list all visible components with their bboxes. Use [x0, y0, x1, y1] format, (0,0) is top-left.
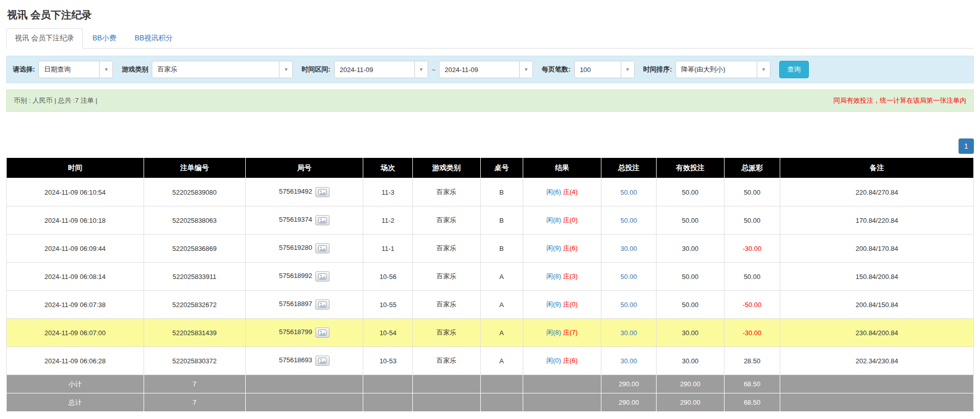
chevron-down-icon: ▼ — [621, 61, 634, 78]
summary-cell: 290.00 — [601, 393, 657, 412]
total-bet-link[interactable]: 30.00 — [620, 357, 637, 365]
result-player: 闲(8) — [546, 329, 561, 336]
cell-round: 575618897 — [245, 291, 363, 319]
table-row: 2024-11-09 06:10:18522025838063575619374… — [7, 206, 974, 235]
summary-cell: 总计 — [7, 393, 144, 412]
cell-payout: 50.00 — [724, 206, 780, 235]
cell-total-bet: 30.00 — [601, 347, 657, 375]
cell-round: 575619492 — [245, 178, 363, 206]
summary-cell: 7 — [144, 375, 245, 393]
cell-result: 闲(9) 庄(0) — [523, 291, 601, 319]
tab-bb-points[interactable]: BB视讯积分 — [126, 28, 182, 49]
total-bet-link[interactable]: 50.00 — [620, 273, 637, 281]
cell-time: 2024-11-09 06:09:44 — [7, 235, 144, 263]
cell-valid-bet: 30.00 — [657, 235, 725, 263]
cell-valid-bet: 50.00 — [657, 206, 725, 235]
cell-session: 10-55 — [363, 291, 413, 319]
cell-result: 闲(8) 庄(7) — [523, 319, 601, 347]
summary-cell: 290.00 — [657, 393, 725, 412]
cell-valid-bet: 50.00 — [657, 178, 725, 206]
column-header: 场次 — [363, 158, 413, 178]
cell-valid-bet: 30.00 — [657, 319, 725, 347]
table-head-row: 时间注单编号局号场次游戏类别桌号结果总投注有效投注总派彩备注 — [7, 158, 974, 178]
cell-result: 闲(0) 庄(6) — [523, 347, 601, 375]
total-bet-link[interactable]: 50.00 — [620, 301, 637, 309]
tab-bb-tips[interactable]: BB小费 — [84, 28, 125, 49]
cell-note: 230.84/200.84 — [780, 319, 974, 347]
sort-order-select[interactable]: 降幂(由大到小) ▼ — [675, 61, 771, 78]
cell-total-bet: 30.00 — [601, 319, 657, 347]
summary-cell — [780, 393, 974, 412]
total-bet-link[interactable]: 30.00 — [620, 329, 637, 337]
result-player: 闲(8) — [546, 272, 561, 280]
cell-round: 575619280 — [245, 235, 363, 263]
table-row: 2024-11-09 06:10:54522025839080575619492… — [7, 178, 974, 206]
summary-cell — [245, 393, 363, 412]
cell-session: 10-54 — [363, 319, 413, 347]
cell-total-bet: 30.00 — [601, 235, 657, 263]
column-header: 注单编号 — [144, 158, 245, 178]
cell-valid-bet: 50.00 — [657, 291, 725, 319]
cell-note: 150.84/200.84 — [780, 263, 974, 291]
column-header: 有效投注 — [657, 158, 725, 178]
tab-betting-records[interactable]: 视讯 会员下注纪录 — [6, 28, 83, 49]
chevron-down-icon: ▼ — [99, 61, 112, 78]
cell-result: 闲(9) 庄(6) — [523, 235, 601, 263]
table-row: 2024-11-09 06:07:38522025832672575618897… — [7, 291, 974, 319]
date-type-select[interactable]: 日期查询 ▼ — [38, 61, 113, 78]
page-size-select[interactable]: 100 ▼ — [574, 61, 635, 78]
cell-time: 2024-11-09 06:08:14 — [7, 263, 144, 291]
cell-note: 200.84/170.84 — [780, 235, 974, 263]
result-banker: 庄(3) — [563, 272, 578, 280]
cell-valid-bet: 30.00 — [657, 347, 725, 375]
cell-result: 闲(6) 庄(4) — [523, 178, 601, 206]
summary-cell: 7 — [144, 393, 245, 412]
video-replay-icon[interactable] — [315, 215, 330, 225]
video-replay-icon[interactable] — [315, 243, 330, 253]
cell-note: 202.34/230.84 — [780, 347, 974, 375]
time-range-label: 时间区间: — [301, 65, 330, 74]
cell-table-no: A — [480, 263, 523, 291]
summary-cell: 68.50 — [724, 393, 780, 412]
result-player: 闲(9) — [546, 244, 561, 252]
summary-cell — [413, 375, 481, 393]
chevron-down-icon: ▼ — [279, 61, 292, 78]
result-banker: 庄(7) — [563, 329, 578, 336]
summary-row: 小计7290.00290.0068.50 — [7, 375, 974, 393]
cell-total-bet: 50.00 — [601, 263, 657, 291]
summary-cell — [523, 375, 601, 393]
result-banker: 庄(6) — [563, 357, 578, 364]
total-bet-link[interactable]: 50.00 — [620, 189, 637, 196]
chevron-down-icon: ▼ — [757, 61, 770, 78]
cell-bet-id: 522025839080 — [144, 178, 245, 206]
betting-records-table: 时间注单编号局号场次游戏类别桌号结果总投注有效投注总派彩备注 2024-11-0… — [6, 157, 974, 412]
result-banker: 庄(6) — [563, 244, 578, 252]
video-replay-icon[interactable] — [315, 356, 330, 366]
cell-payout: 50.00 — [724, 263, 780, 291]
cell-bet-id: 522025831439 — [144, 319, 245, 347]
result-player: 闲(6) — [546, 188, 561, 196]
date-to-select[interactable]: 2024-11-09 ▼ — [439, 61, 533, 78]
total-bet-link[interactable]: 30.00 — [620, 245, 637, 252]
table-foot: 小计7290.00290.0068.50总计7290.00290.0068.50 — [7, 375, 974, 412]
cell-total-bet: 50.00 — [601, 291, 657, 319]
search-button[interactable]: 查询 — [779, 61, 809, 78]
cell-game: 百家乐 — [413, 291, 481, 319]
date-from-select[interactable]: 2024-11-09 ▼ — [334, 61, 428, 78]
result-player: 闲(9) — [546, 300, 561, 308]
video-replay-icon[interactable] — [315, 271, 330, 282]
cell-bet-id: 522025836869 — [144, 235, 245, 263]
sort-order-label: 时间排序: — [643, 65, 672, 74]
video-replay-icon[interactable] — [315, 328, 330, 338]
video-replay-icon[interactable] — [315, 299, 330, 310]
summary-row: 总计7290.00290.0068.50 — [7, 393, 974, 412]
cell-round: 575618992 — [245, 263, 363, 291]
cell-payout: -30.00 — [724, 235, 780, 263]
cell-round: 575618799 — [245, 319, 363, 347]
video-replay-icon[interactable] — [315, 187, 330, 197]
total-bet-link[interactable]: 50.00 — [620, 217, 637, 224]
cell-bet-id: 522025838063 — [144, 206, 245, 235]
game-type-select[interactable]: 百家乐 ▼ — [152, 61, 293, 78]
page-1-button[interactable]: 1 — [959, 138, 974, 154]
cell-note: 170.84/220.84 — [780, 206, 974, 235]
